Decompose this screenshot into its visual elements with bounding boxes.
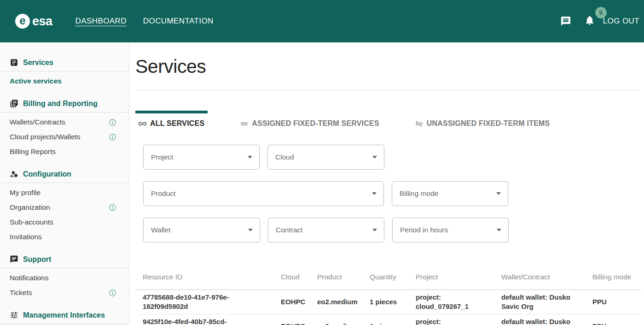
notifications-bell-wrap: 9: [584, 15, 595, 28]
title-divider: [135, 90, 640, 90]
manage-accounts-icon: [10, 170, 18, 178]
top-navbar: e esa DASHBOARD DOCUMENTATION 9 LOG OUT: [0, 0, 644, 42]
esa-logo-text: esa: [32, 14, 52, 29]
messages-icon[interactable]: [560, 16, 571, 27]
chevron-down-icon: [372, 192, 377, 195]
sidebar-item-billing-reports[interactable]: Billing Reports: [0, 144, 129, 159]
library-books-icon: [10, 99, 18, 108]
sidebar-item-notifications[interactable]: Notifications: [0, 271, 129, 285]
tab-assigned-fixed-term-services[interactable]: ASSIGNED FIXED-TERM SERVICES: [237, 111, 382, 132]
col-product: Product: [317, 266, 370, 290]
tune-icon: [10, 311, 18, 319]
sidebar-header-services: Services: [0, 58, 129, 71]
tabs-bar: ALL SERVICES ASSIGNED FIXED-TERM SERVICE…: [135, 111, 640, 132]
info-icon[interactable]: [109, 133, 116, 141]
sidebar-item-wallets-contracts[interactable]: Wallets/Contracts: [0, 115, 129, 130]
chevron-down-icon: [372, 229, 377, 231]
cell-product: eo2.medium: [317, 290, 370, 314]
col-quantity: Quantity: [370, 266, 416, 290]
sidebar-item-organization[interactable]: Organization: [0, 200, 129, 215]
link-off-icon: [415, 120, 423, 128]
esa-logo-icon: e: [15, 14, 30, 29]
filter-period-in-hours[interactable]: Period in hours: [392, 218, 509, 242]
col-resource-id: Resource ID: [135, 266, 281, 290]
table-row[interactable]: 47785688-de10-41e7-976e-182f09d5902d EOH…: [135, 290, 640, 314]
cell-cloud: EOHPC: [281, 314, 317, 325]
filters: Project Cloud Product Billing mode Walle…: [143, 145, 632, 242]
chevron-down-icon: [372, 156, 377, 159]
sidebar-section-support: Support Notifications Tickets: [0, 255, 129, 300]
col-billing-mode: Billing mode: [592, 266, 640, 290]
sidebar: Services Active services Billing and Rep…: [0, 42, 129, 325]
notifications-bell-icon[interactable]: [584, 19, 595, 27]
page-title: Services: [135, 56, 640, 77]
sidebar-header-billing: Billing and Reporting: [0, 99, 129, 112]
sidebar-header-support: Support: [0, 255, 129, 268]
chat-icon: [10, 255, 18, 264]
table-header-row: Resource ID Cloud Product Quantity Proje…: [135, 266, 640, 290]
filter-product[interactable]: Product: [143, 181, 384, 206]
col-project: Project: [416, 266, 501, 290]
notification-count-badge[interactable]: 9: [595, 7, 607, 18]
col-wallet-contract: Wallet/Contract: [501, 266, 592, 290]
article-icon: [10, 58, 18, 67]
sidebar-item-my-profile[interactable]: My profile: [0, 185, 129, 200]
nav-link-dashboard[interactable]: DASHBOARD: [75, 17, 127, 26]
cell-resource-id: 47785688-de10-41e7-976e-182f09d5902d: [135, 290, 281, 314]
logout-button[interactable]: LOG OUT: [603, 17, 639, 26]
cell-product: eo2.medium: [317, 314, 370, 325]
sidebar-item-cloud-projects-wallets[interactable]: Cloud projects/Wallets: [0, 130, 129, 144]
filter-contract[interactable]: Contract: [268, 218, 384, 242]
tab-unassigned-fixed-term-items[interactable]: UNASSIGNED FIXED-TERM ITEMS: [412, 111, 553, 132]
info-icon[interactable]: [109, 289, 116, 297]
nav-links: DASHBOARD DOCUMENTATION: [75, 17, 214, 26]
sidebar-section-configuration: Configuration My profile Organization Su…: [0, 170, 129, 244]
cell-quantity: 1 pieces: [370, 314, 416, 325]
sidebar-item-tickets[interactable]: Tickets: [0, 285, 129, 300]
cell-billing-mode: PPU: [592, 314, 640, 325]
sidebar-item-active-services[interactable]: Active services: [0, 74, 129, 89]
chevron-down-icon: [248, 156, 252, 159]
nav-link-documentation[interactable]: DOCUMENTATION: [143, 17, 214, 26]
sidebar-item-invitations[interactable]: Invitations: [0, 230, 129, 244]
filter-wallet[interactable]: Wallet: [143, 218, 260, 242]
chevron-down-icon: [248, 229, 253, 231]
info-icon[interactable]: [109, 204, 116, 212]
cell-wallet-contract: default wallet: Dusko Savic Org: [501, 290, 592, 314]
sidebar-item-sub-accounts[interactable]: Sub-accounts: [0, 215, 129, 230]
link-icon: [240, 120, 248, 128]
sidebar-section-billing: Billing and Reporting Wallets/Contracts …: [0, 99, 129, 159]
chevron-down-icon: [497, 229, 501, 231]
app-window: e esa DASHBOARD DOCUMENTATION 9 LOG OUT: [0, 0, 644, 325]
sidebar-header-configuration: Configuration: [0, 170, 129, 183]
esa-logo[interactable]: e esa: [15, 14, 52, 29]
filter-cloud[interactable]: Cloud: [267, 145, 384, 170]
cell-cloud: EOHPC: [281, 290, 317, 314]
filter-project[interactable]: Project: [143, 145, 260, 170]
sidebar-section-management-interfaces: Management Interfaces EOHPC Horizon: [0, 311, 129, 325]
cell-quantity: 1 pieces: [370, 290, 416, 314]
all-inclusive-icon: [139, 120, 146, 128]
main-content: Services ALL SERVICES ASSIGNED FIXED-TER…: [129, 42, 644, 325]
info-icon[interactable]: [109, 118, 116, 126]
services-table: Resource ID Cloud Product Quantity Proje…: [135, 266, 640, 325]
col-cloud: Cloud: [281, 266, 317, 290]
cell-project: project: cloud_079267_1: [416, 290, 501, 314]
cell-billing-mode: PPU: [592, 290, 640, 314]
tab-all-services[interactable]: ALL SERVICES: [135, 111, 208, 132]
cell-project: project: cloud_079267_1: [416, 314, 501, 325]
cell-resource-id: 9425f10e-4fed-40b7-85cd-c89c2d7eba1e: [135, 314, 281, 325]
sidebar-header-management-interfaces: Management Interfaces: [0, 311, 129, 324]
navbar-right: 9 LOG OUT: [560, 15, 639, 28]
table-row[interactable]: 9425f10e-4fed-40b7-85cd-c89c2d7eba1e EOH…: [135, 314, 640, 325]
cell-wallet-contract: default wallet: Dusko Savic Org: [501, 314, 592, 325]
filter-billing-mode[interactable]: Billing mode: [392, 181, 508, 206]
sidebar-section-services: Services Active services: [0, 58, 129, 89]
chevron-down-icon: [496, 192, 501, 195]
